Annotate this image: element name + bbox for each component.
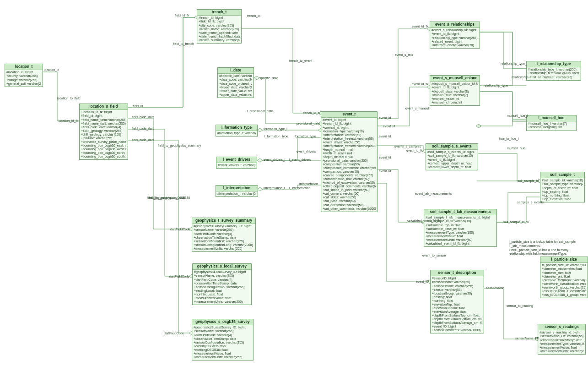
label-event-id-fk1: event_id_fk — [412, 25, 428, 28]
entity-l-event-drivers: l_event_drivers #event_drivers_l: varcha… — [216, 157, 257, 169]
label-field-to-trench: field_to_trench — [173, 42, 194, 46]
label-location-id: location_id — [44, 68, 59, 72]
label-dartfieldcode3: dartFieldCode — [164, 332, 184, 335]
svg-marker-9 — [257, 128, 263, 132]
label-sensor-to-reading: sensor_to_reading — [507, 304, 533, 308]
label-event-id4: event_id — [379, 156, 391, 159]
label-munsell-hue-l: munsell_hue_l — [507, 114, 528, 118]
label-formation-type: formation_type — [295, 135, 316, 138]
label-event-id-sensor: event_ID — [416, 280, 429, 284]
entity-l-particle-size: l_particle_size #l_particle_size_id: var… — [540, 257, 588, 298]
entity-title: location_t — [5, 64, 43, 70]
svg-marker-10 — [257, 158, 263, 162]
label-location-id-fk: location_id_fk — [59, 119, 78, 123]
label-relationship-type: relationship_type — [484, 84, 508, 87]
label-event-drivers-l: event_drivers_l — [264, 158, 285, 162]
label-trench-to-event: trench_to_event — [289, 59, 312, 63]
label-formation-type-l: formation_type_l — [264, 127, 287, 131]
label-field-id: field_id — [133, 104, 143, 108]
entity-location-t: location_t #location_id: bigint +county:… — [5, 64, 43, 87]
entity-event-t: event_t #event_id: bigint +trench_id_fk:… — [321, 111, 378, 212]
label-field-code-dart-2: field_code_dart — [132, 127, 154, 131]
label-munsell-hue: munsell_hue — [507, 147, 525, 150]
entity-event-s-relationships: event_s_relationships #event_s_relations… — [430, 22, 480, 49]
entity-geophysics-s-osgb36-survey: geophysics_s_osgb36_survey #geophysicsSL… — [192, 319, 254, 361]
entity-l-formation-type: l_formation_type #formation_type_l: varc… — [216, 125, 258, 137]
label-field-to-geophysics-summary: field_to_geophysics_summary — [158, 144, 201, 147]
label-interpretation-lbl: interpretation — [299, 182, 318, 186]
entity-soil-sample-t: soil_sample_t #soil_sample_id: varchar(1… — [540, 172, 585, 202]
label-soil-sample-id-fk: soil_sample_id_fk — [503, 220, 529, 224]
label-event-s-rels: event_s_rels — [395, 53, 413, 57]
label-specific-date: specific_date — [259, 76, 278, 80]
label-event-id2: event_id — [383, 125, 395, 128]
entity-geophysics-t-survey-summary: geophysics_t_survey_summary #geophysicsT… — [192, 218, 256, 252]
label-event-drivers-lbl: event_drivers — [297, 150, 316, 153]
label-field-code-dart-1: field_code_dart — [132, 115, 154, 119]
label-event-id3: event_id — [379, 135, 391, 138]
label-sensor-name: sensorName — [486, 286, 504, 290]
entity-location-s-field: location_s_field +location_id_fk: bigint… — [79, 104, 128, 160]
entity-l-interpretation: l_interpretation #interpretation_l: varc… — [216, 185, 258, 197]
entity-l-munsell-hue: l_munsell_hue #munsell_hue_l: varchar(7)… — [526, 115, 577, 131]
label-l-event-drivers-lbl: l_event_drivers — [289, 158, 311, 162]
label-samples-s-events: samples_s_events — [517, 201, 544, 204]
label-location-to-field: location_to_field — [57, 97, 81, 100]
entity-event-s-munsell-colour: event_s_munsell_colour #deposit_s_munsel… — [430, 75, 480, 106]
label-l-provisional-date: l_provisional_date — [247, 109, 273, 113]
label-field-code-dart-3: field_code_dart — [132, 138, 154, 142]
label-event-id1: event_id — [379, 116, 391, 120]
entity-soil-sample-s-events: soil_sample_s_events #soil_sample_s_even… — [426, 143, 478, 170]
label-field-to-geophysics-osgb36b: field_to_geophysics_OSGB36 — [147, 196, 190, 200]
connector-lines — [0, 0, 588, 366]
label-calculated-event-id-fk: calculated_event_id_fk — [407, 219, 440, 223]
entity-sensor-t-description: sensor_t_description #sensorID: bigint #… — [430, 270, 484, 333]
label-trench-id-fk: trench_id_fk — [303, 111, 320, 115]
label-event-s-munsell: event_s_munsell — [405, 107, 430, 110]
label-soil-sample-id: soil_sample_id — [518, 179, 539, 183]
label-trench-id: trench_id — [247, 14, 260, 18]
entity-l-relationship-type: l_relationship_type #relationship_type_l… — [526, 61, 581, 81]
label-provisional-date: provisional_date — [297, 122, 320, 126]
label-event-id-fk3: event_id_fk — [406, 149, 423, 153]
note-particle-size: l_particle_size is a lookup table for so… — [509, 240, 584, 256]
entity-geophysics-s-local-survey: geophysics_s_local_survey #geophysicsSLo… — [192, 263, 252, 305]
entity-l-date: l_date #specific_date: varchar(255) +dat… — [217, 67, 254, 98]
label-interpretation-l: interpretation_l — [264, 186, 285, 190]
label-field-id-fk: field_id_fk — [175, 14, 189, 17]
label-event-to-sensor: event_to_sensor — [422, 254, 446, 257]
label-relationship-l: relationship_l — [512, 76, 530, 79]
svg-marker-7 — [254, 76, 259, 80]
label-event-id-fk2: event_id_fk — [412, 82, 428, 86]
label-event-id5: event_id — [379, 169, 391, 173]
entity-soil-sample-t-lab-measurements: soil_sample_t_lab_measurements #soil_sam… — [424, 209, 497, 247]
label-dartfieldcode1: dartFieldCode — [170, 228, 190, 231]
entity-sensor-s-readings: sensor_s_readings #sensor_s_reading_id: … — [538, 324, 586, 355]
label-relationship-type-l: relationship_type_l — [501, 62, 527, 66]
label-hue-to-hue-l: hue_to_hue_l — [499, 137, 518, 141]
label-events-s-samples: events_s_samples — [394, 145, 421, 148]
label-l-formation-type-lbl: l_formation_type — [264, 135, 288, 138]
svg-marker-18 — [476, 124, 481, 128]
label-dartfieldcode2: dartFieldCode — [169, 275, 189, 279]
entity-attrs: #location_id: bigint +county: varchar(25… — [5, 70, 43, 86]
label-l-interpretation-lbl: l_interpretation — [289, 186, 310, 190]
label-event-lab-measurements: event_lab_measurements — [415, 192, 452, 196]
entity-trench-t: trench_t #trench_id: bigint +field_id_fk… — [197, 9, 242, 44]
label-sensor-name-fk: sensorName_FK — [515, 337, 539, 340]
er-diagram-canvas: location_t #location_id: bigint +county:… — [0, 0, 588, 366]
